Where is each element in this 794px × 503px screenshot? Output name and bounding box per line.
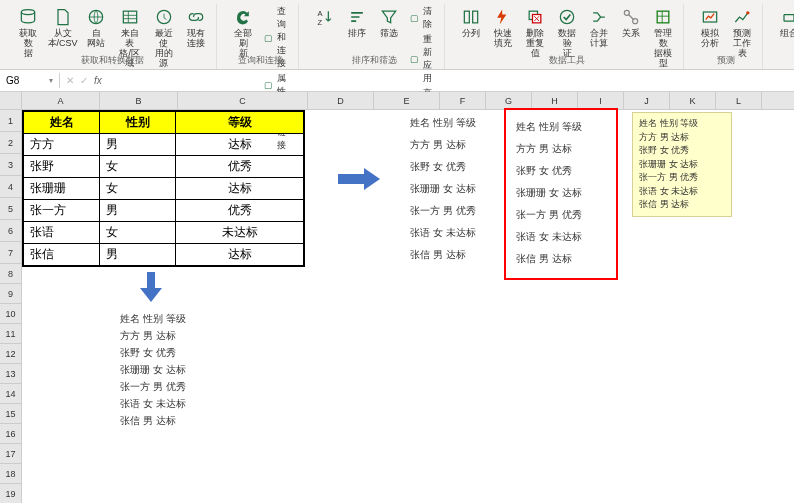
table-cell: 男 <box>100 134 176 156</box>
from-csv-button[interactable]: 从文本/CSV <box>47 4 78 51</box>
sort-button[interactable]: 排序 <box>343 4 371 41</box>
row-header-13[interactable]: 13 <box>0 364 21 384</box>
group-label: 获取和转换数据 <box>81 52 144 67</box>
row-header-5[interactable]: 5 <box>0 198 21 220</box>
row-header-18[interactable]: 18 <box>0 464 21 484</box>
button-label: 从文本/CSV <box>48 29 78 49</box>
dropdown-icon[interactable]: ▾ <box>49 76 53 85</box>
table-cell: 优秀 <box>176 200 304 222</box>
select-all-corner[interactable] <box>0 92 22 110</box>
formula-input[interactable]: ✕ ✓ fx <box>60 75 794 86</box>
button-label: 自网站 <box>87 29 105 49</box>
funnel-icon <box>378 6 400 28</box>
row-header-17[interactable]: 17 <box>0 444 21 464</box>
data-model-button[interactable]: 管理数据模型 <box>649 4 677 71</box>
filter-button[interactable]: 筛选 <box>375 4 403 41</box>
group-label: 预测 <box>717 52 735 67</box>
tbl-icon <box>119 6 141 28</box>
row-header-11[interactable]: 11 <box>0 324 21 344</box>
group-button[interactable]: 组合 <box>775 4 794 41</box>
column-headers: ABCDEFGHIJKL <box>22 92 794 110</box>
text-to-col-button[interactable]: 分列 <box>457 4 485 41</box>
concat-block-col-e: 姓名 性别 等级方方 男 达标张野 女 优秀张珊珊 女 达标张一方 男 优秀张语… <box>410 112 476 266</box>
row-header-14[interactable]: 14 <box>0 384 21 404</box>
button-label: 最近使用的源 <box>152 29 175 69</box>
dup-icon <box>524 6 546 28</box>
row-header-19[interactable]: 19 <box>0 484 21 503</box>
row-header-10[interactable]: 10 <box>0 304 21 324</box>
col-header-I[interactable]: I <box>578 92 624 109</box>
get-data-button[interactable]: 获取数据 <box>14 4 43 61</box>
remove-dup-button[interactable]: 删除重复值 <box>521 4 549 61</box>
row-header-4[interactable]: 4 <box>0 176 21 198</box>
small-icon: ▢ <box>264 32 273 44</box>
col-header-J[interactable]: J <box>624 92 670 109</box>
check-icon <box>556 6 578 28</box>
az-icon: AZ <box>314 6 336 28</box>
name-box[interactable]: G8 ▾ <box>0 73 60 88</box>
row-header-3[interactable]: 3 <box>0 154 21 176</box>
concat-line: 方方 男 达标 <box>410 134 476 156</box>
col-header-K[interactable]: K <box>670 92 716 109</box>
concat-line: 张珊珊 女 达标 <box>120 361 186 378</box>
row-header-2[interactable]: 2 <box>0 132 21 154</box>
model-icon <box>652 6 674 28</box>
concat-header: 姓名 性别 等级 <box>516 116 606 138</box>
cancel-icon[interactable]: ✕ <box>66 75 74 86</box>
col-header-G[interactable]: G <box>486 92 532 109</box>
arrow-down-icon <box>140 272 162 304</box>
cells-area[interactable]: 姓名性别等级方方男达标张野女优秀张珊珊女达标张一方男优秀张语女未达标张信男达标 … <box>22 110 794 503</box>
consolidate-button[interactable]: 合并计算 <box>585 4 613 51</box>
button-label: 获取数据 <box>17 29 40 59</box>
concat-line: 张信 男 达标 <box>120 412 186 429</box>
whatif-button[interactable]: 模拟分析 <box>696 4 724 51</box>
concat-line: 张信 男 达标 <box>516 248 606 270</box>
existing-button[interactable]: 现有连接 <box>182 4 210 51</box>
col-header-H[interactable]: H <box>532 92 578 109</box>
web-icon <box>85 6 107 28</box>
row-header-7[interactable]: 7 <box>0 242 21 264</box>
row-header-15[interactable]: 15 <box>0 404 21 424</box>
row-header-9[interactable]: 9 <box>0 284 21 304</box>
concat-line: 张珊珊 女 达标 <box>639 158 725 172</box>
col-header-E[interactable]: E <box>374 92 440 109</box>
file-icon <box>52 6 74 28</box>
ribbon: 获取数据从文本/CSV自网站来自表格/区域最近使用的源现有连接获取和转换数据全部… <box>0 0 794 70</box>
col-header-L[interactable]: L <box>716 92 762 109</box>
flash-fill-button[interactable]: 快速填充 <box>489 4 517 51</box>
group-label: 查询和连接 <box>238 52 283 67</box>
row-header-12[interactable]: 12 <box>0 344 21 364</box>
row-header-16[interactable]: 16 <box>0 424 21 444</box>
fore-icon <box>731 6 753 28</box>
concat-line: 张野 女 优秀 <box>410 156 476 178</box>
button-label: 排序 <box>348 29 366 39</box>
table-header: 性别 <box>100 112 176 134</box>
col-header-F[interactable]: F <box>440 92 486 109</box>
clear-button[interactable]: ▢清除 <box>407 4 438 32</box>
fx-icon[interactable]: fx <box>94 75 102 86</box>
whatif-icon <box>699 6 721 28</box>
relations-button[interactable]: 关系 <box>617 4 645 41</box>
concat-header: 姓名 性别 等级 <box>410 112 476 134</box>
enter-icon[interactable]: ✓ <box>80 75 88 86</box>
col-header-A[interactable]: A <box>22 92 100 109</box>
col-header-D[interactable]: D <box>308 92 374 109</box>
sticky-note: 姓名 性别 等级方方 男 达标张野 女 优秀张珊珊 女 达标张一方 男 优秀张语… <box>632 112 732 217</box>
table-cell: 优秀 <box>176 156 304 178</box>
table-cell: 男 <box>100 244 176 266</box>
row-header-6[interactable]: 6 <box>0 220 21 242</box>
button-label: 删除重复值 <box>524 29 546 59</box>
sort-az-button[interactable]: AZ <box>311 4 339 30</box>
flash-icon <box>492 6 514 28</box>
concat-line: 方方 男 达标 <box>120 327 186 344</box>
from-web-button[interactable]: 自网站 <box>82 4 110 51</box>
data-table: 姓名性别等级方方男达标张野女优秀张珊珊女达标张一方男优秀张语女未达标张信男达标 <box>22 110 305 267</box>
row-header-1[interactable]: 1 <box>0 110 21 132</box>
concat-line: 张一方 男 优秀 <box>410 200 476 222</box>
col-header-C[interactable]: C <box>178 92 308 109</box>
db-icon <box>17 6 39 28</box>
col-header-B[interactable]: B <box>100 92 178 109</box>
row-header-8[interactable]: 8 <box>0 264 21 284</box>
table-cell: 张野 <box>24 156 100 178</box>
recent-button[interactable]: 最近使用的源 <box>149 4 178 71</box>
